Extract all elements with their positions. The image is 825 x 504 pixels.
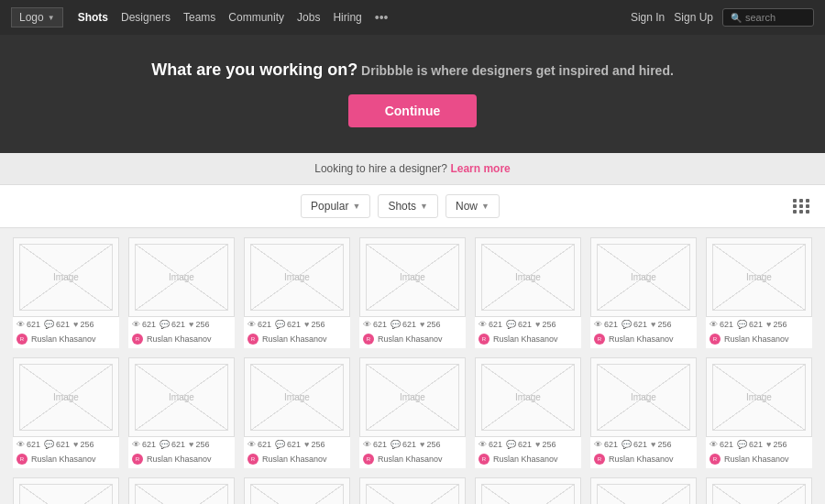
nav-community[interactable]: Community bbox=[228, 11, 284, 24]
shot-card[interactable]: Image 👁 621 💬 621 ♥ 256 R Ruslan Khasano… bbox=[706, 477, 812, 504]
eye-icon: 👁 bbox=[132, 320, 140, 329]
shot-author[interactable]: R Ruslan Khasanov bbox=[244, 452, 350, 468]
image-placeholder: Image bbox=[631, 392, 656, 402]
sign-in-link[interactable]: Sign In bbox=[631, 11, 665, 24]
views-stat: 👁 621 bbox=[132, 440, 156, 449]
shot-card[interactable]: Image 👁 621 💬 621 ♥ 256 R Ruslan Khasano… bbox=[706, 237, 812, 348]
shot-author[interactable]: R Ruslan Khasanov bbox=[13, 332, 119, 348]
likes-stat: ♥ 256 bbox=[420, 320, 440, 329]
eye-icon: 👁 bbox=[594, 320, 602, 329]
nav-jobs[interactable]: Jobs bbox=[297, 11, 320, 24]
shot-author[interactable]: R Ruslan Khasanov bbox=[359, 332, 466, 348]
likes-stat: ♥ 256 bbox=[651, 440, 671, 449]
hero-section: What are you working on? Dribbble is whe… bbox=[0, 35, 825, 153]
logo-button[interactable]: Logo ▼ bbox=[11, 7, 63, 27]
image-placeholder: Image bbox=[746, 392, 772, 402]
now-filter[interactable]: Now ▼ bbox=[446, 194, 500, 218]
logo-chevron: ▼ bbox=[48, 14, 55, 22]
popular-filter[interactable]: Popular ▼ bbox=[301, 194, 370, 218]
shot-card[interactable]: Image 👁 621 💬 621 ♥ 256 R Ruslan Khasano… bbox=[590, 237, 697, 348]
nav-shots[interactable]: Shots bbox=[78, 11, 108, 24]
comment-icon: 💬 bbox=[622, 320, 632, 329]
shot-card[interactable]: Image 👁 621 💬 621 ♥ 256 R Ruslan Khasano… bbox=[13, 237, 119, 348]
comments-count: 621 bbox=[287, 320, 301, 329]
shot-card[interactable]: Image 👁 621 💬 621 ♥ 256 R Ruslan Khasano… bbox=[128, 237, 235, 348]
avatar: R bbox=[132, 334, 143, 345]
search-input[interactable]: 🔍 search bbox=[722, 8, 814, 27]
image-placeholder: Image bbox=[284, 392, 310, 402]
likes-stat: ♥ 256 bbox=[189, 440, 209, 449]
shot-card[interactable]: Image 👁 621 💬 621 ♥ 256 R Ruslan Khasano… bbox=[359, 237, 466, 348]
shot-card[interactable]: Image 👁 621 💬 621 ♥ 256 R Ruslan Khasano… bbox=[244, 237, 350, 348]
image-placeholder: Image bbox=[515, 272, 541, 282]
shot-author[interactable]: R Ruslan Khasanov bbox=[590, 452, 697, 468]
nav-hiring[interactable]: Hiring bbox=[333, 11, 361, 24]
sign-up-link[interactable]: Sign Up bbox=[674, 11, 713, 24]
shot-image: Image bbox=[590, 357, 697, 437]
shot-author[interactable]: R Ruslan Khasanov bbox=[13, 452, 119, 468]
shot-author[interactable]: R Ruslan Khasanov bbox=[475, 452, 581, 468]
shot-card[interactable]: Image 👁 621 💬 621 ♥ 256 R Ruslan Khasano… bbox=[359, 477, 466, 504]
shot-author[interactable]: R Ruslan Khasanov bbox=[244, 332, 350, 348]
comment-icon: 💬 bbox=[390, 320, 401, 329]
shot-card[interactable]: Image 👁 621 💬 621 ♥ 256 R Ruslan Khasano… bbox=[475, 357, 581, 468]
nav-teams[interactable]: Teams bbox=[183, 11, 215, 24]
nav-more[interactable]: ••• bbox=[375, 10, 389, 25]
author-name: Ruslan Khasanov bbox=[609, 334, 674, 344]
shot-stats: 👁 621 💬 621 ♥ 256 bbox=[590, 437, 697, 452]
learn-more-link[interactable]: Learn more bbox=[450, 162, 510, 175]
shot-author[interactable]: R Ruslan Khasanov bbox=[128, 332, 235, 348]
shot-author[interactable]: R Ruslan Khasanov bbox=[475, 332, 581, 348]
shot-card[interactable]: Image 👁 621 💬 621 ♥ 256 R Ruslan Khasano… bbox=[128, 477, 235, 504]
heart-icon: ♥ bbox=[420, 320, 424, 329]
shots-chevron: ▼ bbox=[420, 202, 428, 211]
heart-icon: ♥ bbox=[189, 440, 193, 449]
comments-count: 621 bbox=[171, 320, 185, 329]
continue-button[interactable]: Continue bbox=[348, 94, 478, 127]
shots-filter[interactable]: Shots ▼ bbox=[378, 194, 438, 218]
avatar: R bbox=[478, 334, 490, 345]
shots-grid: Image 👁 621 💬 621 ♥ 256 R Ruslan Khasano… bbox=[13, 237, 812, 504]
comment-icon: 💬 bbox=[737, 440, 747, 449]
shot-stats: 👁 621 💬 621 ♥ 256 bbox=[244, 317, 350, 332]
shot-image: Image bbox=[475, 477, 581, 504]
views-stat: 👁 621 bbox=[478, 320, 502, 329]
image-placeholder: Image bbox=[631, 272, 656, 282]
shot-image: Image bbox=[590, 237, 697, 317]
views-count: 621 bbox=[489, 320, 502, 329]
shot-author[interactable]: R Ruslan Khasanov bbox=[706, 332, 812, 348]
heart-icon: ♥ bbox=[651, 440, 655, 449]
comments-stat: 💬 621 bbox=[390, 320, 416, 329]
shot-author[interactable]: R Ruslan Khasanov bbox=[128, 452, 235, 468]
shot-card[interactable]: Image 👁 621 💬 621 ♥ 256 R Ruslan Khasano… bbox=[13, 357, 119, 468]
grid-toggle[interactable] bbox=[793, 199, 810, 214]
comments-stat: 💬 621 bbox=[737, 320, 763, 329]
likes-count: 256 bbox=[311, 320, 324, 329]
nav-designers[interactable]: Designers bbox=[121, 11, 170, 24]
comment-icon: 💬 bbox=[275, 440, 285, 449]
shot-card[interactable]: Image 👁 621 💬 621 ♥ 256 R Ruslan Khasano… bbox=[475, 477, 581, 504]
shot-card[interactable]: Image 👁 621 💬 621 ♥ 256 R Ruslan Khasano… bbox=[590, 357, 697, 468]
comment-icon: 💬 bbox=[622, 440, 632, 449]
likes-count: 256 bbox=[657, 440, 671, 449]
shot-card[interactable]: Image 👁 621 💬 621 ♥ 256 R Ruslan Khasano… bbox=[590, 477, 697, 504]
shot-card[interactable]: Image 👁 621 💬 621 ♥ 256 R Ruslan Khasano… bbox=[244, 357, 350, 468]
heart-icon: ♥ bbox=[304, 440, 309, 449]
shot-card[interactable]: Image 👁 621 💬 621 ♥ 256 R Ruslan Khasano… bbox=[128, 357, 235, 468]
shot-card[interactable]: Image 👁 621 💬 621 ♥ 256 R Ruslan Khasano… bbox=[359, 357, 466, 468]
shot-card[interactable]: Image 👁 621 💬 621 ♥ 256 R Ruslan Khasano… bbox=[706, 357, 812, 468]
likes-stat: ♥ 256 bbox=[304, 440, 324, 449]
shot-card[interactable]: Image 👁 621 💬 621 ♥ 256 R Ruslan Khasano… bbox=[244, 477, 350, 504]
author-name: Ruslan Khasanov bbox=[147, 334, 212, 344]
views-stat: 👁 621 bbox=[363, 320, 387, 329]
shot-card[interactable]: Image 👁 621 💬 621 ♥ 256 R Ruslan Khasano… bbox=[475, 237, 581, 348]
author-name: Ruslan Khasanov bbox=[609, 455, 674, 464]
shot-card[interactable]: Image 👁 621 💬 621 ♥ 256 R Ruslan Khasano… bbox=[13, 477, 119, 504]
shot-stats: 👁 621 💬 621 ♥ 256 bbox=[359, 437, 466, 452]
shot-author[interactable]: R Ruslan Khasanov bbox=[359, 452, 466, 468]
shot-author[interactable]: R Ruslan Khasanov bbox=[706, 452, 812, 468]
comments-count: 621 bbox=[633, 440, 647, 449]
eye-icon: 👁 bbox=[478, 440, 487, 449]
shot-author[interactable]: R Ruslan Khasanov bbox=[590, 332, 697, 348]
comment-icon: 💬 bbox=[506, 440, 516, 449]
